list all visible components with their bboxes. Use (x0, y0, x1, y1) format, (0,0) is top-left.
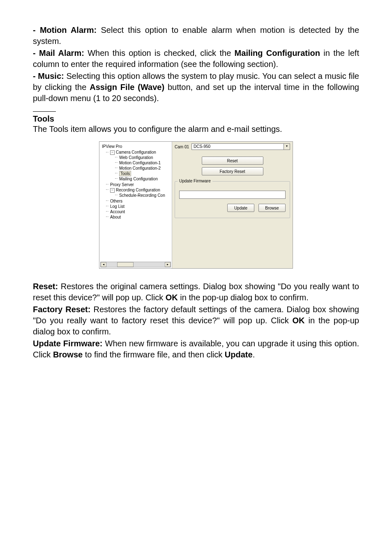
label-reset: Reset: (33, 282, 61, 291)
tree-horizontal-scrollbar[interactable]: ◂ ▸ (100, 262, 171, 267)
tree-label: About (110, 215, 121, 219)
divider (33, 111, 56, 112)
scroll-left-icon[interactable]: ◂ (101, 262, 106, 267)
tree-label: Mailing Configuration (119, 177, 158, 181)
tree-item-mailing[interactable]: Mailing Configuration (115, 176, 170, 182)
screenshot-wrapper: IPView Pro −Camera Configuration Web Con… (33, 141, 359, 269)
tree-item-camera-config[interactable]: −Camera Configuration Web Configuration … (106, 150, 170, 182)
tree-label: Recording Configuration (116, 188, 160, 192)
tree-item-account[interactable]: Account (106, 209, 170, 214)
browse-button[interactable]: Browse (258, 204, 286, 212)
action-update: Update (225, 350, 253, 359)
update-button[interactable]: Update (227, 204, 254, 212)
reset-button[interactable]: Reset (202, 157, 263, 165)
text-uf-2: to find the firmware file, and then clic… (83, 350, 225, 359)
label-music: - Music: (33, 71, 66, 81)
tree-pane: IPView Pro −Camera Configuration Web Con… (99, 142, 172, 268)
tree-label-selected: Tools (119, 171, 131, 176)
text-reset-2: in the pop-up dialog box to confirm. (178, 293, 309, 302)
tools-sentence-bold: Tools (49, 124, 69, 134)
tools-sentence: The Tools item allows you to configure t… (33, 124, 359, 135)
tree-item-schedule-rec[interactable]: Schedule-Recording Con (115, 193, 170, 198)
scroll-thumb[interactable] (117, 262, 134, 267)
tree-item-log-list[interactable]: Log List (106, 204, 170, 209)
para-update-firmware: Update Firmware: When new firmware is av… (33, 338, 359, 360)
tree-label: Others (110, 199, 122, 203)
label-mail-alarm: - Mail Alarm: (33, 48, 88, 58)
text-uf-3: . (253, 350, 255, 359)
tree-label: Account (110, 210, 125, 214)
factory-reset-button[interactable]: Factory Reset (202, 167, 263, 175)
tree-label: Motion Configuration-1 (119, 161, 161, 165)
para-music: - Music: Selecting this option allows th… (33, 71, 359, 104)
tree-item-motion-2[interactable]: Motion Configuration-2 (115, 166, 170, 171)
config-tree[interactable]: IPView Pro −Camera Configuration Web Con… (99, 142, 172, 221)
page: - Motion Alarm: Select this option to en… (0, 0, 392, 394)
tree-label: Motion Configuration-2 (119, 166, 161, 170)
tree-item-web-config[interactable]: Web Configuration (115, 155, 170, 160)
tree-item-proxy[interactable]: Proxy Server (106, 182, 170, 187)
para-motion-alarm: - Motion Alarm: Select this option to en… (33, 25, 359, 47)
tree-label: Web Configuration (119, 155, 153, 160)
tree-item-others[interactable]: Others (106, 198, 170, 204)
tree-item-tools[interactable]: Tools (115, 171, 170, 176)
tree-item-about[interactable]: About (106, 214, 170, 220)
tools-sentence-1: The (33, 124, 49, 134)
collapse-icon[interactable]: − (110, 150, 115, 155)
label-motion-alarm: - Motion Alarm: (33, 25, 101, 35)
tree-root[interactable]: IPView Pro (101, 143, 170, 150)
action-ok-1: OK (166, 293, 178, 302)
label-update-firmware: Update Firmware: (33, 339, 105, 348)
tree-item-motion-1[interactable]: Motion Configuration-1 (115, 160, 170, 166)
groupbox-title: Update Firmware (178, 179, 212, 183)
collapse-icon[interactable]: − (110, 188, 115, 193)
update-firmware-group: Update Firmware Update Browse (175, 181, 290, 218)
link-mailing-configuration: Mailing Configuration (235, 48, 320, 58)
tools-sentence-2: item allows you to configure the alarm a… (68, 124, 282, 134)
action-browse: Browse (53, 350, 83, 359)
tree-label: Schedule-Recording Con (119, 193, 165, 198)
label-factory-reset: Factory Reset: (33, 305, 94, 314)
camera-select[interactable]: DCS-950 ▾ (191, 143, 290, 150)
para-reset: Reset: Restores the original camera sett… (33, 281, 359, 303)
camera-select-value: DCS-950 (194, 144, 210, 149)
tree-item-recording[interactable]: −Recording Configuration Schedule-Record… (106, 187, 170, 198)
camera-selector-row: Cam 01 DCS-950 ▾ (175, 142, 290, 154)
camera-label: Cam 01 (175, 145, 189, 149)
content-pane: Cam 01 DCS-950 ▾ Reset Factory Reset Upd… (172, 142, 293, 268)
action-ok-2: OK (293, 316, 305, 325)
firmware-button-row: Update Browse (179, 204, 286, 212)
section-heading-tools: Tools (33, 114, 359, 124)
firmware-path-input[interactable] (179, 191, 286, 199)
tree-label: Camera Configuration (116, 150, 156, 154)
para-factory-reset: Factory Reset: Restores the factory defa… (33, 304, 359, 337)
scroll-right-icon[interactable]: ▸ (165, 262, 171, 267)
screenshot: IPView Pro −Camera Configuration Web Con… (99, 141, 293, 269)
btn-label-assign-file: Assign File (Wave) (90, 83, 164, 92)
tree-label: Proxy Server (110, 182, 134, 187)
tree-label: Log List (110, 204, 125, 209)
chevron-down-icon[interactable]: ▾ (284, 144, 290, 150)
para-mail-alarm: - Mail Alarm: When this option is checke… (33, 48, 359, 70)
text-mail-alarm-1: When this option is checked, click the (88, 48, 234, 58)
